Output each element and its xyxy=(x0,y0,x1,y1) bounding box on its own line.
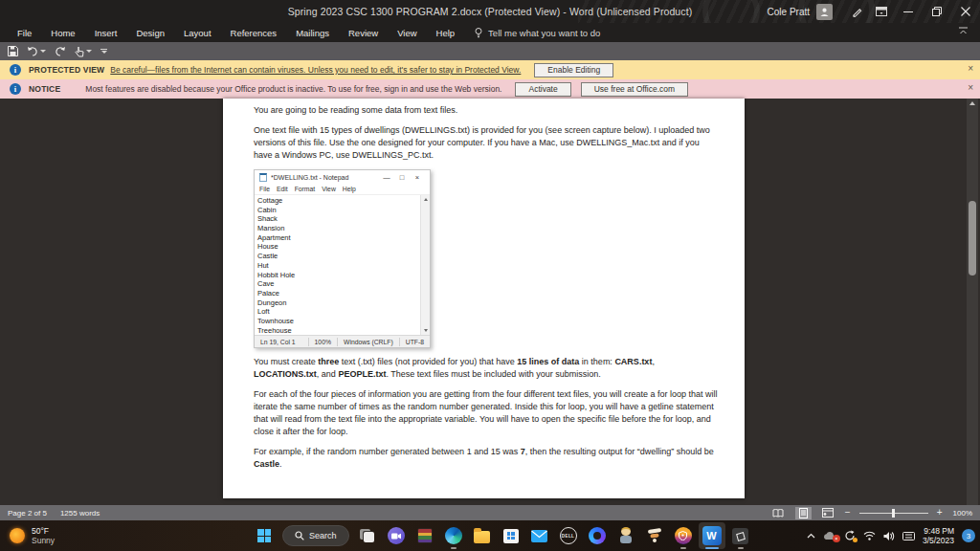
minimize-button[interactable] xyxy=(894,0,923,23)
dell-app-button[interactable]: DELL xyxy=(555,522,582,549)
touch-keyboard-icon[interactable] xyxy=(902,532,915,540)
notepad-line: Mansion xyxy=(257,224,418,233)
hidden-icons-chevron-icon[interactable] xyxy=(807,533,815,539)
notepad-titlebar: *DWELLING.txt - Notepad — □ × xyxy=(255,170,430,185)
file-explorer-button[interactable] xyxy=(469,522,496,549)
protected-view-label: PROTECTED VIEW xyxy=(29,65,104,75)
search-label: Search xyxy=(309,531,337,540)
wifi-icon[interactable] xyxy=(863,531,876,540)
zoom-out-button[interactable]: − xyxy=(845,508,851,518)
undo-icon[interactable] xyxy=(27,46,46,56)
notepad-scrollbar xyxy=(420,195,430,335)
tab-review[interactable]: Review xyxy=(339,23,388,42)
inking-icon[interactable] xyxy=(844,0,869,23)
protected-view-message[interactable]: Be careful—files from the Internet can c… xyxy=(110,65,521,75)
touch-mode-dropdown-caret[interactable] xyxy=(86,50,92,53)
doc-paragraph: For each of the four pieces of informati… xyxy=(254,388,718,438)
close-protected-bar-icon[interactable]: × xyxy=(968,63,973,75)
weather-widget[interactable]: 50°F Sunny xyxy=(10,520,55,551)
notepad-menubar: File Edit Format View Help xyxy=(255,185,430,195)
touch-mouse-mode-icon[interactable] xyxy=(75,46,92,57)
notepad-menu-format: Format xyxy=(295,185,316,194)
tell-me-box[interactable]: Tell me what you want to do xyxy=(474,27,600,38)
enable-editing-button[interactable]: Enable Editing xyxy=(534,63,613,77)
activate-button[interactable]: Activate xyxy=(515,82,570,97)
copilot-app-button[interactable] xyxy=(584,522,611,549)
notepad-menu-help: Help xyxy=(343,185,356,194)
web-layout-icon[interactable] xyxy=(820,507,836,519)
folder-icon xyxy=(474,531,490,543)
tab-view[interactable]: View xyxy=(388,23,426,42)
sunny-weather-icon xyxy=(10,528,25,543)
restore-button[interactable] xyxy=(923,0,951,23)
tab-help[interactable]: Help xyxy=(427,23,465,42)
clock-time: 9:48 PM xyxy=(923,526,954,536)
customize-qat-icon[interactable] xyxy=(100,49,107,54)
read-mode-icon[interactable] xyxy=(770,507,787,519)
zoom-slider[interactable] xyxy=(859,513,928,514)
tab-layout[interactable]: Layout xyxy=(174,23,221,42)
notepad-menu-file: File xyxy=(259,185,270,194)
notepad-title: *DWELLING.txt - Notepad xyxy=(271,173,379,183)
start-button[interactable] xyxy=(251,522,278,549)
notepad-line: Apartment xyxy=(257,233,418,243)
avatar[interactable] xyxy=(816,4,833,20)
tornado-app-button[interactable] xyxy=(641,522,668,549)
roblox-app-button[interactable] xyxy=(727,522,754,549)
taskbar-clock[interactable]: 9:48 PM 3/5/2023 xyxy=(923,526,954,545)
word-count[interactable]: 1255 words xyxy=(60,509,100,518)
weather-temperature: 50°F xyxy=(32,526,55,536)
tab-mailings[interactable]: Mailings xyxy=(286,23,339,42)
desktop-screen: Spring 2023 CSC 1300 PROGRAM 2.docx (Pro… xyxy=(0,0,980,551)
winrar-app-button[interactable] xyxy=(412,522,438,549)
word-app-button[interactable]: W xyxy=(699,522,725,549)
update-pending-icon[interactable] xyxy=(844,530,856,541)
tab-references[interactable]: References xyxy=(221,23,287,42)
tab-home[interactable]: Home xyxy=(41,23,84,42)
document-canvas: You are going to be reading some data fr… xyxy=(0,99,980,505)
edge-browser-button[interactable] xyxy=(440,522,467,549)
notepad-text-area: Cottage Cabin Shack Mansion Apartment Ho… xyxy=(255,195,430,335)
save-icon[interactable] xyxy=(8,46,18,56)
redo-icon[interactable] xyxy=(55,46,66,56)
notification-count-badge[interactable]: 3 xyxy=(962,529,975,542)
account-name[interactable]: Cole Pratt xyxy=(768,7,810,17)
collapse-ribbon-icon[interactable] xyxy=(958,26,969,36)
doc-paragraph: For example, if the random number genera… xyxy=(254,446,718,471)
winrar-books-icon xyxy=(417,528,433,543)
roblox-icon xyxy=(732,528,748,544)
ribbon-tab-bar: File Home Insert Design Layout Reference… xyxy=(0,23,980,42)
undo-dropdown-caret[interactable] xyxy=(40,50,46,53)
notice-message: Most features are disabled because your … xyxy=(85,84,501,94)
tab-insert[interactable]: Insert xyxy=(85,23,127,42)
security-app-button[interactable] xyxy=(670,522,697,549)
task-view-button[interactable] xyxy=(354,522,381,549)
info-icon: i xyxy=(10,64,21,76)
tab-file[interactable]: File xyxy=(8,23,41,42)
tab-design[interactable]: Design xyxy=(126,23,174,42)
ribbon-display-options-icon[interactable] xyxy=(869,0,894,23)
zoom-slider-thumb[interactable] xyxy=(892,509,895,518)
page-indicator[interactable]: Page 2 of 5 xyxy=(8,509,47,518)
microsoft-store-button[interactable] xyxy=(498,522,524,549)
close-notice-bar-icon[interactable]: × xyxy=(968,82,973,94)
scroll-up-arrow-icon[interactable] xyxy=(969,101,975,105)
mail-envelope-icon xyxy=(531,530,547,542)
zoom-in-button[interactable]: + xyxy=(937,508,943,518)
volume-icon[interactable] xyxy=(883,531,895,541)
print-layout-icon[interactable] xyxy=(795,507,812,519)
fallout-game-button[interactable] xyxy=(612,522,639,549)
video-chat-app-button[interactable] xyxy=(383,522,410,549)
mail-app-button[interactable] xyxy=(526,522,553,549)
close-button[interactable] xyxy=(951,0,980,23)
taskbar-search[interactable]: Search xyxy=(282,525,349,546)
notepad-app-icon xyxy=(259,173,267,182)
notice-label: NOTICE xyxy=(29,84,60,94)
zoom-percentage[interactable]: 100% xyxy=(953,509,972,518)
scrollbar-thumb[interactable] xyxy=(969,201,976,276)
document-scrollbar[interactable] xyxy=(967,99,978,505)
use-free-button[interactable]: Use free at Office.com xyxy=(581,82,688,97)
onedrive-error-icon[interactable]: × xyxy=(823,532,836,540)
store-bag-icon xyxy=(503,529,519,543)
system-tray: × 9:48 PM 3/5/2023 3 xyxy=(807,520,975,551)
